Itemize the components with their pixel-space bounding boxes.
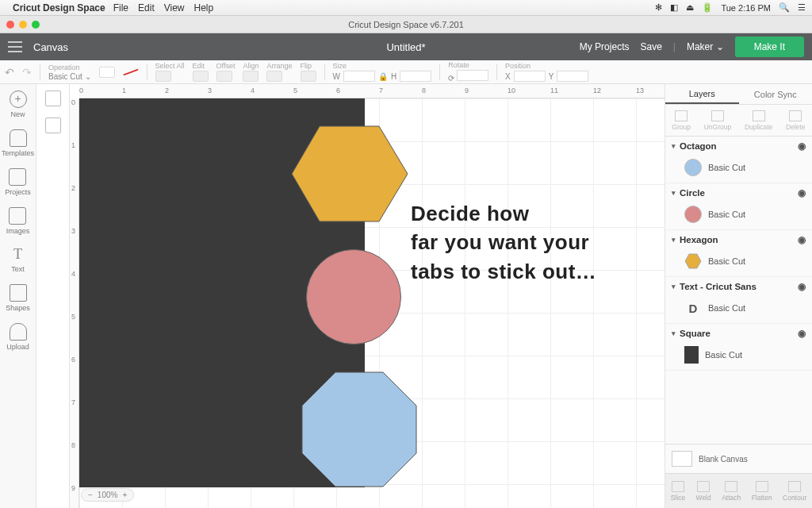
contour-button[interactable]: Contour <box>783 481 806 502</box>
machine-selector[interactable]: Maker ⌄ <box>687 41 724 52</box>
weld-button[interactable]: Weld <box>696 481 711 502</box>
sidebar-item-shapes[interactable]: Shapes <box>6 284 30 312</box>
close-icon[interactable] <box>6 21 14 29</box>
group-button[interactable]: Group <box>672 110 691 131</box>
vt-icon[interactable] <box>45 117 61 133</box>
shape-hexagon[interactable] <box>290 122 409 225</box>
vt-icon[interactable] <box>45 90 61 106</box>
edit-dropdown[interactable] <box>193 71 209 82</box>
shape-octagon[interactable] <box>300 370 419 489</box>
spotlight-icon[interactable]: 🔍 <box>779 2 790 13</box>
sidebar-item-projects[interactable]: Projects <box>5 168 31 196</box>
redo-button[interactable]: ↷ <box>22 66 32 79</box>
arrange-dropdown[interactable] <box>266 71 282 82</box>
zoom-in-button[interactable]: + <box>122 491 127 499</box>
duplicate-icon <box>753 110 765 121</box>
layer-square[interactable]: ▾Square◉ Basic Cut <box>665 324 812 371</box>
zoom-icon[interactable] <box>32 21 40 29</box>
sidebar-item-text[interactable]: TText <box>11 246 25 273</box>
minimize-icon[interactable] <box>19 21 27 29</box>
height-input[interactable] <box>400 71 431 82</box>
layer-swatch-icon <box>684 159 702 176</box>
bottom-tools: Slice Weld Attach Flatten Contour <box>665 473 812 508</box>
canvas-label: Canvas <box>33 41 68 53</box>
menu-edit[interactable]: Edit <box>138 2 155 13</box>
slice-button[interactable]: Slice <box>671 481 685 502</box>
make-it-button[interactable]: Make It <box>735 37 804 57</box>
visibility-icon[interactable]: ◉ <box>798 281 806 292</box>
undo-button[interactable]: ↶ <box>5 66 14 79</box>
app-header: Canvas Untitled* My Projects Save | Make… <box>0 33 812 60</box>
sidebar-item-images[interactable]: Images <box>6 207 30 235</box>
caret-icon[interactable]: ▾ <box>672 236 676 244</box>
rotate-input[interactable] <box>457 70 488 81</box>
zoom-out-button[interactable]: − <box>88 491 93 499</box>
caret-icon[interactable]: ▾ <box>672 189 676 197</box>
shape-circle[interactable] <box>306 249 401 344</box>
sidebar-item-templates[interactable]: Templates <box>2 129 34 157</box>
canvas[interactable]: 012345678910111213 0123456789 Decide how… <box>70 84 665 508</box>
sidebar-item-new[interactable]: New <box>10 90 27 118</box>
control-center-icon[interactable]: ☰ <box>798 2 806 13</box>
duplicate-button[interactable]: Duplicate <box>745 110 772 131</box>
text-line: Decide how <box>411 199 596 228</box>
status-icon[interactable]: ✻ <box>655 2 662 13</box>
align-dropdown[interactable] <box>243 71 259 82</box>
flip-dropdown[interactable] <box>301 71 316 82</box>
blank-canvas-row[interactable]: Blank Canvas <box>665 444 812 473</box>
color-swatch[interactable] <box>99 67 115 78</box>
sidebar-item-upload[interactable]: Upload <box>6 323 29 351</box>
canvas-text[interactable]: Decide how far you want your tabs to sti… <box>411 199 596 286</box>
status-icon[interactable]: ⏏ <box>686 2 694 13</box>
visibility-icon[interactable]: ◉ <box>798 187 806 198</box>
main-area: New Templates Projects Images TText Shap… <box>0 84 812 508</box>
edit-toolbar: ↶ ↷ Operation Basic Cut ⌄ Select All Edi… <box>0 60 812 84</box>
text-line: far you want your <box>411 228 596 256</box>
right-panel: Layers Color Sync Group UnGroup Duplicat… <box>665 84 812 508</box>
visibility-icon[interactable]: ◉ <box>798 328 806 339</box>
group-icon <box>675 110 688 121</box>
caret-icon[interactable]: ▾ <box>672 283 676 291</box>
save-link[interactable]: Save <box>640 41 661 52</box>
hamburger-icon[interactable] <box>8 41 22 52</box>
menu-view[interactable]: View <box>164 2 185 13</box>
status-icon[interactable]: ◧ <box>670 2 678 13</box>
caret-icon[interactable]: ▾ <box>672 329 676 337</box>
delete-button[interactable]: Delete <box>786 110 806 131</box>
layer-octagon[interactable]: ▾Octagon◉ Basic Cut <box>665 137 812 183</box>
operation-group: Operation Basic Cut ⌄ <box>48 64 91 81</box>
mac-app-name[interactable]: Cricut Design Space <box>13 2 105 13</box>
vertical-toolbar <box>36 84 70 508</box>
tab-layers[interactable]: Layers <box>665 84 739 104</box>
status-clock[interactable]: Tue 2:16 PM <box>721 3 771 13</box>
select-all-button[interactable] <box>155 71 171 82</box>
visibility-icon[interactable]: ◉ <box>798 234 806 245</box>
projects-icon <box>9 168 26 186</box>
operation-dropdown[interactable]: Basic Cut ⌄ <box>48 72 91 81</box>
menu-help[interactable]: Help <box>194 2 214 13</box>
attach-button[interactable]: Attach <box>722 481 741 502</box>
pos-x-input[interactable] <box>514 71 546 82</box>
flatten-button[interactable]: Flatten <box>752 481 772 502</box>
width-input[interactable] <box>343 71 375 82</box>
layers-list: ▾Octagon◉ Basic Cut ▾Circle◉ Basic Cut ▾… <box>665 137 812 444</box>
offset-button[interactable] <box>216 71 232 82</box>
left-sidebar: New Templates Projects Images TText Shap… <box>0 84 36 508</box>
status-battery-icon[interactable]: 🔋 <box>702 2 713 13</box>
menu-file[interactable]: File <box>113 2 128 13</box>
ungroup-button[interactable]: UnGroup <box>704 110 732 131</box>
tab-color-sync[interactable]: Color Sync <box>739 84 813 104</box>
caret-icon[interactable]: ▾ <box>672 142 676 150</box>
shirt-icon <box>10 129 27 147</box>
slice-icon <box>672 481 684 492</box>
my-projects-link[interactable]: My Projects <box>580 41 630 52</box>
line-style[interactable] <box>123 68 138 75</box>
contour-icon <box>788 481 801 492</box>
layer-circle[interactable]: ▾Circle◉ Basic Cut <box>665 183 812 230</box>
lock-icon[interactable]: 🔒 <box>378 72 388 81</box>
pos-y-input[interactable] <box>557 71 588 82</box>
layer-tools: Group UnGroup Duplicate Delete <box>665 105 812 137</box>
layer-hexagon[interactable]: ▾Hexagon◉ Basic Cut <box>665 230 812 277</box>
layer-text[interactable]: ▾Text - Cricut Sans◉ DBasic Cut <box>665 277 812 324</box>
visibility-icon[interactable]: ◉ <box>798 140 806 152</box>
